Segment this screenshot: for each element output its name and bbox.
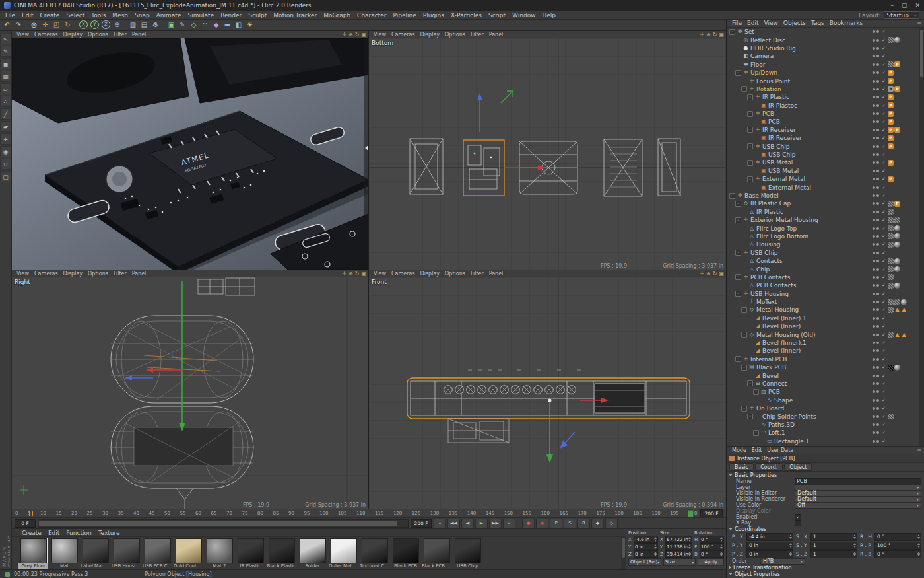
xray-checkbox[interactable]	[795, 520, 801, 526]
material-item[interactable]: Textured Chip	[360, 538, 389, 569]
menu-item[interactable]: User Data	[764, 447, 796, 453]
object-label[interactable]: Focus Point	[756, 77, 790, 85]
object-label[interactable]: Bevel (Inner)	[762, 347, 801, 355]
rotate-view-icon[interactable]: ↻	[355, 32, 360, 38]
menu-item[interactable]: Options	[85, 271, 111, 277]
render-visibility-dot[interactable]	[876, 211, 879, 213]
object-row[interactable]: ∿ Paths.3D ✓	[727, 421, 918, 429]
points-mode-button[interactable]: ∴	[0, 96, 11, 107]
expand-toggle[interactable]: -	[735, 274, 741, 280]
expand-toggle[interactable]	[747, 315, 753, 321]
editor-visibility-dot[interactable]	[873, 235, 875, 238]
render-visibility-dot[interactable]	[876, 47, 879, 50]
object-label[interactable]: On Board	[756, 404, 784, 412]
add-spline-button[interactable]: ✎	[177, 20, 188, 30]
tag-phong[interactable]	[894, 266, 900, 272]
expand-toggle[interactable]	[753, 135, 759, 141]
editor-visibility-dot[interactable]	[873, 202, 875, 205]
object-label[interactable]: IR Receiver	[762, 126, 796, 134]
menu-item[interactable]: Select	[63, 12, 88, 18]
rotate-view-icon[interactable]: ↻	[713, 32, 717, 38]
enabled-check[interactable]: ✓	[881, 249, 886, 257]
coordinates-header[interactable]: Coordinates	[727, 526, 924, 532]
editor-visibility-dot[interactable]	[873, 96, 875, 98]
menu-item[interactable]: Cameras	[32, 271, 61, 277]
enabled-check[interactable]: ✓	[881, 118, 886, 126]
attribute-tab[interactable]: Coord.	[755, 463, 783, 471]
workplane-mode-button[interactable]: ▱	[0, 83, 11, 94]
object-row[interactable]: - ✛ USB Chip ✓	[727, 249, 918, 257]
object-label[interactable]: Rectangle.1	[774, 437, 809, 445]
object-properties-header[interactable]: Object Properties	[727, 571, 924, 577]
expand-toggle[interactable]	[753, 168, 759, 174]
tag-P[interactable]: P	[894, 86, 900, 92]
menu-item[interactable]: Create	[37, 12, 63, 18]
enabled-check[interactable]: ✓	[881, 225, 886, 233]
object-label[interactable]: PCB	[768, 118, 780, 126]
render-visibility-dot[interactable]	[876, 178, 879, 180]
object-row[interactable]: - ◇ IR Plastic Cap ✓ P	[727, 199, 918, 207]
enabled-check[interactable]: ✓	[881, 331, 886, 339]
object-label[interactable]: PCB	[762, 110, 774, 118]
render-visibility-dot[interactable]	[876, 219, 879, 221]
tag-P[interactable]: P	[894, 201, 900, 207]
render-visibility-dot[interactable]	[876, 120, 879, 123]
range-slider-handle[interactable]	[39, 521, 397, 526]
render-visibility-dot[interactable]	[876, 284, 879, 287]
editor-visibility-dot[interactable]	[873, 227, 875, 230]
tag-tex[interactable]	[888, 258, 894, 264]
expand-toggle[interactable]	[759, 438, 765, 444]
menu-item[interactable]: Mode	[729, 447, 749, 453]
object-label[interactable]: HDR Studio Rig	[750, 44, 796, 52]
sy-field[interactable]: 1	[810, 542, 857, 550]
editor-visibility-dot[interactable]	[873, 317, 875, 320]
viewport-canvas[interactable]: Front FPS : 19.9 Grid Spacing : 0.394 in	[369, 277, 726, 509]
object-label[interactable]: Flirc Logo Bottom	[756, 233, 808, 240]
object-label[interactable]: Base Model	[744, 192, 779, 199]
menu-item[interactable]: Function	[63, 530, 94, 536]
expand-toggle[interactable]: -	[741, 86, 747, 92]
menu-item[interactable]: Panel	[486, 271, 506, 277]
enabled-check[interactable]: ✓	[881, 77, 886, 85]
enabled-check[interactable]: ✓	[881, 233, 886, 240]
editor-visibility-dot[interactable]	[873, 440, 875, 443]
enable-axis-button[interactable]: +	[0, 133, 11, 145]
material-item[interactable]: Black PCB Edge	[422, 538, 451, 569]
cm-rh-field[interactable]: 0 °	[700, 536, 724, 543]
current-frame-box[interactable]: 200 F	[700, 509, 723, 517]
viewport-solo-button[interactable]: ◉	[0, 146, 11, 157]
expand-toggle[interactable]: -	[747, 127, 753, 133]
menu-item[interactable]: Display	[418, 271, 443, 277]
object-label[interactable]: USB Metal	[768, 167, 799, 175]
enabled-check[interactable]: ✓	[881, 134, 886, 142]
tag-P[interactable]: P	[888, 102, 894, 108]
tag-warn[interactable]: ▲	[901, 307, 907, 313]
lock-y-button[interactable]: Y	[89, 20, 100, 30]
material-thumbnail[interactable]	[393, 538, 419, 563]
expand-toggle[interactable]: -	[753, 389, 759, 395]
enabled-check[interactable]: ✓	[881, 216, 886, 224]
tag-tex[interactable]	[888, 307, 894, 313]
menu-item[interactable]: Edit	[18, 12, 36, 18]
freeze-transformation-header[interactable]: Freeze Transformation	[727, 564, 924, 571]
editor-visibility-dot[interactable]	[873, 415, 875, 418]
editor-visibility-dot[interactable]	[873, 80, 875, 83]
menu-item[interactable]: Help	[539, 12, 560, 18]
tag-P[interactable]: P	[894, 61, 900, 67]
material-item[interactable]: Black Plastic	[267, 538, 296, 569]
cm-rb-field[interactable]: 0 °	[700, 550, 724, 558]
material-thumbnail[interactable]	[114, 538, 140, 563]
object-label[interactable]: IR Plastic Cap	[750, 199, 791, 207]
editor-visibility-dot[interactable]	[873, 47, 875, 50]
pan-icon[interactable]: ✛	[342, 32, 346, 38]
object-label[interactable]: Paths.3D	[768, 421, 795, 429]
material-thumbnail[interactable]	[20, 538, 47, 563]
cm-sz-field[interactable]: 39.414 in	[665, 550, 692, 558]
lock-x-button[interactable]: X	[78, 20, 89, 30]
editor-visibility-dot[interactable]	[873, 268, 875, 271]
menu-item[interactable]: Filter	[468, 271, 486, 277]
tag-phong[interactable]	[894, 233, 900, 239]
expand-toggle[interactable]	[747, 373, 753, 379]
tag-texd[interactable]	[888, 365, 894, 371]
add-environment-button[interactable]: ▬	[222, 20, 233, 30]
